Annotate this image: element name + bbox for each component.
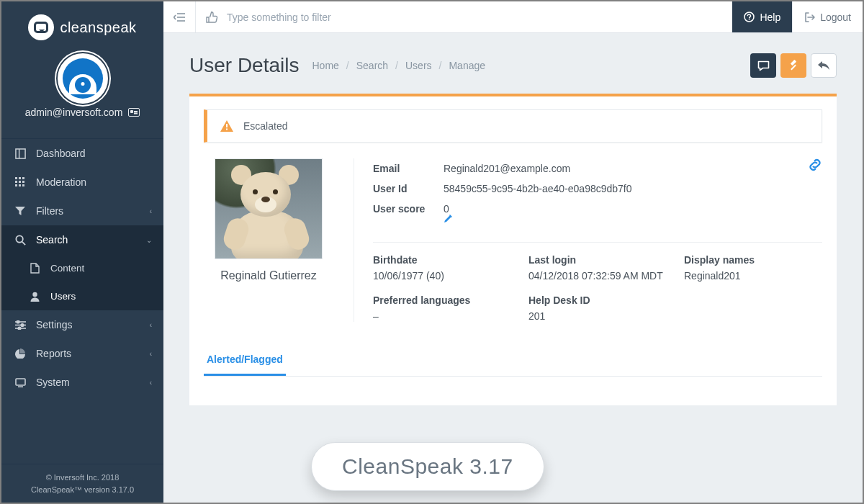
grid-icon: [14, 177, 26, 187]
crumb-search[interactable]: Search: [356, 60, 388, 71]
preflang-label: Preferred languages: [373, 294, 511, 306]
action-button[interactable]: [780, 53, 806, 78]
current-user-email: admin@inversoft.com: [25, 107, 123, 118]
sidebar-item-label: Users: [50, 291, 76, 302]
svg-point-14: [32, 292, 37, 296]
sidebar-subitem-users[interactable]: Users: [1, 282, 163, 310]
search-icon: [14, 235, 26, 246]
sliders-icon: [14, 320, 26, 330]
score-label: User score: [373, 203, 431, 223]
sidebar-item-label: Filters: [36, 205, 63, 217]
profile-fields: Birthdate10/06/1977 (40) Last login04/12…: [373, 254, 822, 322]
svg-rect-6: [19, 181, 21, 183]
svg-rect-8: [15, 184, 17, 186]
crumb-users[interactable]: Users: [405, 60, 432, 71]
detail-tabs: Alerted/Flagged: [204, 346, 822, 377]
collapse-icon: [174, 12, 185, 22]
gavel-icon: [788, 60, 799, 71]
logout-label: Logout: [820, 12, 851, 23]
profile-left: Reginald Gutierrez: [204, 158, 333, 322]
document-icon: [29, 263, 40, 274]
topbar: Help Logout: [163, 1, 863, 33]
edit-score-button[interactable]: [444, 215, 454, 223]
svg-point-18: [21, 323, 24, 326]
displaynames-value: Reginald201: [684, 270, 822, 282]
svg-rect-31: [226, 129, 228, 130]
sidebar-item-label: Content: [50, 263, 84, 274]
sidebar-item-label: Dashboard: [36, 148, 86, 159]
divider: [373, 242, 822, 243]
crumb-current: Manage: [449, 60, 485, 71]
help-button[interactable]: Help: [732, 1, 792, 32]
crumb-home[interactable]: Home: [312, 60, 338, 71]
sidebar-item-search[interactable]: Search ⌄: [1, 225, 163, 254]
score-value: 0: [444, 203, 449, 215]
pie-chart-icon: [14, 348, 26, 359]
svg-rect-2: [15, 177, 17, 179]
content-card: Escalated Reginald Gutierrez EmailRegina…: [189, 94, 837, 405]
page-header: User Details Home/ Search/ Users/ Manage: [163, 33, 863, 94]
alert-label: Escalated: [243, 120, 287, 132]
email-value: Reginald201@example.com: [444, 163, 570, 174]
chevron-left-icon: ‹: [150, 379, 152, 387]
version-text: CleanSpeak™ version 3.17.0: [1, 484, 163, 496]
warning-icon: [220, 120, 233, 132]
helpdesk-value: 201: [528, 310, 667, 322]
thumbs-up-icon: [206, 12, 218, 23]
userid-value: 58459c55-9c95-4b2b-ae40-e0a98c9db7f0: [444, 183, 632, 194]
sidebar-item-dashboard[interactable]: Dashboard: [1, 139, 163, 168]
svg-rect-21: [16, 379, 25, 385]
profile-display-name: Reginald Gutierrez: [220, 269, 316, 282]
profile-photo: [215, 158, 323, 259]
svg-rect-30: [226, 124, 228, 127]
id-card-icon[interactable]: [128, 108, 140, 117]
link-icon[interactable]: [808, 158, 822, 171]
svg-rect-9: [19, 184, 21, 186]
chevron-left-icon: ‹: [150, 321, 152, 329]
copyright-text: © Inversoft Inc. 2018: [1, 472, 163, 484]
filter-input[interactable]: [227, 12, 721, 23]
svg-rect-0: [15, 148, 24, 158]
lastlogin-value: 04/12/2018 07:32:59 AM MDT: [528, 270, 667, 282]
svg-marker-11: [15, 207, 25, 215]
helpdesk-label: Help Desk ID: [528, 294, 667, 306]
status-alert: Escalated: [204, 109, 822, 143]
logout-icon: [804, 12, 815, 22]
sidebar-item-reports[interactable]: Reports ‹: [1, 339, 163, 368]
userid-label: User Id: [373, 183, 431, 194]
version-overlay-pill: CleanSpeak 3.17: [311, 442, 544, 491]
sidebar-item-settings[interactable]: Settings ‹: [1, 310, 163, 339]
sidebar-item-moderation[interactable]: Moderation: [1, 168, 163, 197]
sidebar-item-label: Settings: [36, 319, 73, 330]
email-label: Email: [373, 163, 431, 174]
reply-icon: [818, 61, 829, 71]
monitor-icon: [14, 378, 26, 387]
svg-rect-4: [22, 177, 24, 179]
breadcrumb: Home/ Search/ Users/ Manage: [312, 60, 485, 71]
sidebar-item-label: Search: [36, 234, 68, 246]
lastlogin-label: Last login: [528, 254, 667, 266]
svg-rect-7: [22, 181, 24, 183]
avatar: [58, 53, 108, 104]
sidebar-item-system[interactable]: System ‹: [1, 368, 163, 397]
tab-alerted-flagged[interactable]: Alerted/Flagged: [204, 346, 286, 376]
filter-bar: [196, 12, 732, 23]
logo-mark-icon: [28, 14, 54, 40]
sidebar-toggle-button[interactable]: [163, 1, 196, 32]
svg-line-13: [22, 241, 24, 244]
svg-point-20: [18, 327, 21, 330]
sidebar-item-filters[interactable]: Filters ‹: [1, 197, 163, 225]
birthdate-label: Birthdate: [373, 254, 511, 266]
displaynames-label: Display names: [684, 254, 822, 266]
user-icon: [29, 292, 40, 302]
logout-button[interactable]: Logout: [792, 1, 863, 32]
back-button[interactable]: [811, 53, 837, 78]
sidebar-footer: © Inversoft Inc. 2018 CleanSpeak™ versio…: [1, 464, 163, 503]
svg-rect-5: [15, 181, 17, 183]
page-actions: [750, 53, 837, 78]
sidebar-subitem-content[interactable]: Content: [1, 254, 163, 282]
profile-right: EmailReginald201@example.com User Id5845…: [354, 158, 822, 322]
sidebar: cleanspeak admin@inversoft.com Dashboard…: [1, 1, 163, 503]
sidebar-item-label: System: [36, 377, 70, 388]
comment-button[interactable]: [750, 53, 776, 78]
